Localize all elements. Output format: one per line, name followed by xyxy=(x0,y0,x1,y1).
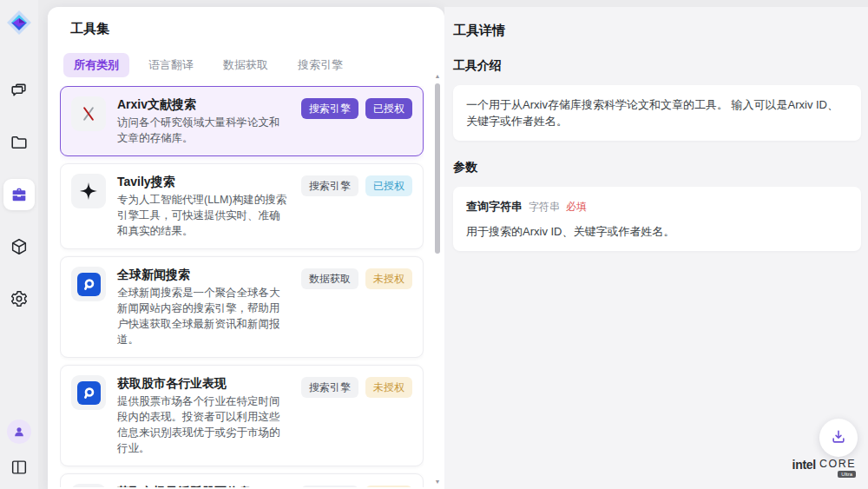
ultra-badge: Ultra xyxy=(838,471,856,478)
parameter-header: 查询字符串 字符串 必填 xyxy=(466,198,848,215)
download-button[interactable] xyxy=(819,419,858,457)
category-badge: 搜索引擎 xyxy=(301,486,358,487)
parameter-type: 字符串 xyxy=(529,199,560,215)
tool-badges: 搜索引擎已授权 xyxy=(301,96,412,146)
tab-2[interactable]: 数据获取 xyxy=(213,53,279,77)
tool-card-body: Arxiv文献搜索访问各个研究领域大量科学论文和文章的存储库。 xyxy=(117,96,290,146)
folder-icon[interactable] xyxy=(3,127,35,158)
tool-title: 全球新闻搜索 xyxy=(117,267,290,282)
user-avatar[interactable] xyxy=(7,420,31,444)
tool-card-body: 全球新闻搜索全球新闻搜索是一个聚合全球各大新闻网站内容的搜索引擎，帮助用户快速获… xyxy=(117,267,290,347)
tool-description: 全球新闻搜索是一个聚合全球各大新闻网站内容的搜索引擎，帮助用户快速获取全球最新资… xyxy=(117,285,290,347)
tool-card[interactable]: Arxiv文献搜索访问各个研究领域大量科学论文和文章的存储库。搜索引擎已授权 xyxy=(60,86,424,156)
tool-card[interactable]: Tavily搜索专为人工智能代理(LLM)构建的搜索引擎工具，可快速提供实时、准… xyxy=(60,163,424,249)
tool-badges: 搜索引擎未授权 xyxy=(301,484,412,487)
tools-panel-title: 工具集 xyxy=(60,21,424,37)
toolbox-icon[interactable] xyxy=(3,179,35,210)
category-badge: 搜索引擎 xyxy=(301,377,358,398)
tool-title: Arxiv文献搜索 xyxy=(117,96,290,112)
settings-gear-icon[interactable] xyxy=(3,283,35,314)
rail-bottom xyxy=(6,420,32,489)
tab-0[interactable]: 所有类别 xyxy=(63,53,129,77)
parameter-name: 查询字符串 xyxy=(466,198,523,215)
tool-description: 专为人工智能代理(LLM)构建的搜索引擎工具，可快速提供实时、准确和真实的结果。 xyxy=(117,192,290,239)
auth-status-badge: 未授权 xyxy=(365,268,412,289)
intro-text: 一个用于从Arxiv存储库搜索科学论文和文章的工具。 输入可以是Arxiv ID… xyxy=(466,98,838,128)
category-badge: 搜索引擎 xyxy=(301,98,358,119)
panel-layout-icon[interactable] xyxy=(6,454,32,480)
parameter-box: 查询字符串 字符串 必填 用于搜索的Arxiv ID、关键字或作者姓名。 xyxy=(453,187,861,251)
tool-badges: 搜索引擎未授权 xyxy=(301,375,412,456)
tool-list: Arxiv文献搜索访问各个研究领域大量科学论文和文章的存储库。搜索引擎已授权Ta… xyxy=(60,86,424,487)
app-logo-icon[interactable] xyxy=(5,9,33,36)
params-heading: 参数 xyxy=(453,160,861,175)
scroll-up-icon[interactable]: ▲ xyxy=(433,73,442,80)
tool-title: 获取股市各行业表现 xyxy=(117,375,290,391)
tab-3[interactable]: 搜索引擎 xyxy=(287,53,353,77)
tool-card-body: 获取股市各行业表现提供股票市场各个行业在特定时间段内的表现。投资者可以利用这些信… xyxy=(117,375,290,456)
cube-icon[interactable] xyxy=(3,231,35,262)
tool-title: 获取市场最活跃股票信息 xyxy=(117,484,290,487)
tool-card[interactable]: 获取股市各行业表现提供股票市场各个行业在特定时间段内的表现。投资者可以利用这些信… xyxy=(60,365,424,466)
tool-badges: 数据获取未授权 xyxy=(301,267,412,347)
tool-title: Tavily搜索 xyxy=(117,174,290,189)
tool-description: 访问各个研究领域大量科学论文和文章的存储库。 xyxy=(117,115,290,146)
chat-icon[interactable] xyxy=(3,75,35,106)
download-icon xyxy=(830,428,847,448)
parameter-description: 用于搜索的Arxiv ID、关键字或作者姓名。 xyxy=(466,223,848,240)
tool-card-body: Tavily搜索专为人工智能代理(LLM)构建的搜索引擎工具，可快速提供实时、准… xyxy=(117,174,290,239)
scrollbar-thumb[interactable] xyxy=(435,83,440,254)
tavily-icon xyxy=(71,174,106,208)
core-wordmark: CORE xyxy=(819,458,856,470)
intel-wordmark: intel xyxy=(792,458,816,472)
auth-status-badge: 已授权 xyxy=(365,175,412,196)
tool-card-body: 获取市场最活跃股票信息提供当天交易量最高的股票列表，投资者可以利用这些信息来识别… xyxy=(117,484,290,487)
intel-core-logo: intel CORE Ultra xyxy=(792,458,856,478)
qnews-icon xyxy=(71,267,106,301)
qnews-icon xyxy=(71,484,106,487)
tab-1[interactable]: 语言翻译 xyxy=(138,53,204,77)
tool-list-scrollbar[interactable]: ▲ ▼ xyxy=(433,73,442,486)
arxiv-icon xyxy=(71,96,106,131)
auth-status-badge: 未授权 xyxy=(365,486,412,487)
category-badge: 搜索引擎 xyxy=(301,175,358,196)
intro-box: 一个用于从Arxiv存储库搜索科学论文和文章的工具。 输入可以是Arxiv ID… xyxy=(453,85,861,141)
qnews-icon xyxy=(71,375,106,410)
category-tabs: 所有类别语言翻译数据获取搜索引擎 xyxy=(60,53,424,77)
tool-card[interactable]: 全球新闻搜索全球新闻搜索是一个聚合全球各大新闻网站内容的搜索引擎，帮助用户快速获… xyxy=(60,256,424,358)
rail-nav xyxy=(3,75,35,314)
details-title: 工具详情 xyxy=(453,23,861,39)
scroll-down-icon[interactable]: ▼ xyxy=(433,479,442,486)
auth-status-badge: 未授权 xyxy=(365,377,412,398)
left-rail xyxy=(0,0,38,489)
tool-badges: 搜索引擎已授权 xyxy=(301,174,412,239)
tools-panel: 工具集 所有类别语言翻译数据获取搜索引擎 Arxiv文献搜索访问各个研究领域大量… xyxy=(48,7,444,489)
category-badge: 数据获取 xyxy=(301,268,358,289)
auth-status-badge: 已授权 xyxy=(365,98,412,119)
tool-description: 提供股票市场各个行业在特定时间段内的表现。投资者可以利用这些信息来识别表现优于或… xyxy=(117,393,290,456)
tool-card[interactable]: 获取市场最活跃股票信息提供当天交易量最高的股票列表，投资者可以利用这些信息来识别… xyxy=(60,473,424,487)
tool-details-panel: 工具详情 工具介绍 一个用于从Arxiv存储库搜索科学论文和文章的工具。 输入可… xyxy=(444,7,868,489)
intro-heading: 工具介绍 xyxy=(453,58,861,74)
parameter-required-badge: 必填 xyxy=(566,199,587,215)
